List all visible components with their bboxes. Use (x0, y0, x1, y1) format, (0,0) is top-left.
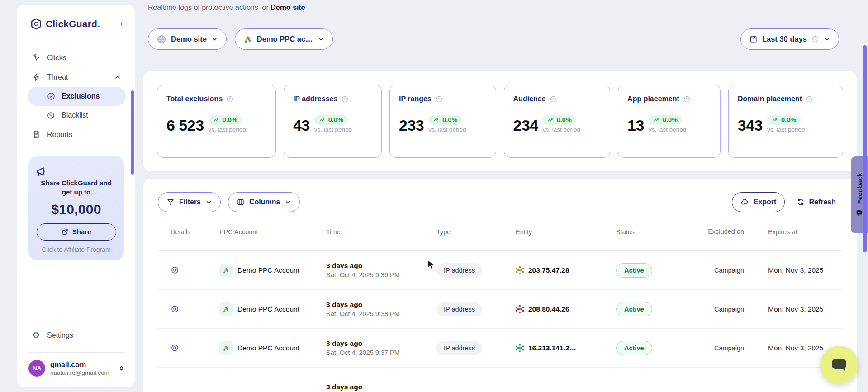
google-ads-icon (243, 35, 252, 44)
delta-caption: vs. last period (543, 126, 580, 133)
sidebar-item-settings[interactable]: ⚙ Settings (28, 326, 126, 345)
stat-card-audience: Audience ? 234 0.0% vs. last period (504, 85, 611, 158)
svg-text:?: ? (229, 97, 231, 101)
col-header-time: Time (313, 228, 424, 236)
delta-caption: vs. last period (209, 126, 246, 133)
date-range-selector[interactable]: Last 30 days ? (740, 28, 839, 50)
time-absolute: Sat, Oct 4, 2025 9:38 PM (326, 310, 424, 317)
affiliate-promo-card: Share ClickGuard and get up to $10,000 S… (28, 156, 124, 260)
site-selector[interactable]: Demo site (148, 28, 227, 50)
stat-label: Total exclusions (166, 95, 223, 103)
delta-badge: 0.0% (209, 115, 242, 125)
filters-button[interactable]: Filters (158, 192, 221, 212)
promo-amount: $10,000 (35, 202, 118, 217)
time-absolute: Sat, Oct 4, 2025 9:37 PM (326, 349, 424, 356)
delta-caption: vs. last period (428, 126, 466, 133)
export-button[interactable]: Export (732, 192, 785, 212)
sidebar-item-clicks[interactable]: Clicks (28, 48, 126, 67)
table-row: Demo PPC Account 3 days ago Sat, Oct 4, … (158, 251, 842, 290)
help-icon[interactable]: ? (341, 95, 349, 103)
stat-card-total-exclusions: Total exclusions ? 6 523 0.0% vs. last p… (157, 85, 276, 158)
chevron-down-icon (205, 199, 212, 206)
export-button-label: Export (754, 198, 777, 206)
refresh-button[interactable]: Refresh (797, 198, 836, 206)
stat-card-domain-placement: Domain placement ? 343 0.0% vs. last per… (728, 85, 843, 158)
stat-label: IP addresses (293, 95, 337, 103)
sidebar-item-blacklist[interactable]: Blacklist (28, 106, 126, 125)
trend-up-icon (319, 117, 326, 123)
chevron-down-icon (824, 36, 830, 43)
table-toolbar: Filters Columns Export (158, 192, 842, 212)
sidebar-item-exclusions[interactable]: Exclusions (28, 87, 126, 106)
help-icon[interactable]: ? (806, 95, 813, 103)
delta-value: 0.0% (328, 116, 343, 123)
date-range-label: Last 30 days (762, 35, 807, 43)
google-ads-icon (219, 264, 233, 277)
page-scrollbar-thumb[interactable] (863, 45, 867, 252)
chat-launcher-button[interactable] (820, 346, 858, 384)
svg-text:?: ? (686, 97, 688, 101)
stats-panel: Total exclusions ? 6 523 0.0% vs. last p… (143, 71, 857, 171)
sidebar-item-threat[interactable]: Threat (28, 67, 126, 87)
stat-card-ip-ranges: IP ranges ? 233 0.0% vs. last period (389, 85, 496, 158)
stat-label: IP ranges (399, 95, 432, 103)
delta-value: 0.0% (663, 116, 678, 123)
context-selectors: Demo site Demo PPC ac… Last 30 days ? (148, 28, 839, 50)
exclusions-table-panel: Filters Columns Export (143, 179, 857, 392)
view-details-icon[interactable] (171, 266, 207, 274)
col-header-type: Type (424, 228, 503, 236)
delta-caption: vs. last period (649, 126, 686, 133)
entity-value: 16.213.141.2… (528, 344, 576, 352)
excluded-on-value: Campaign (705, 267, 755, 274)
columns-icon (237, 198, 245, 206)
identicon (516, 266, 524, 274)
table-header-row: Details PPC Account Time Type Entity Sta… (158, 213, 842, 251)
table-row: Demo PPC Account 3 days ago Sat, Oct 4, … (158, 329, 842, 368)
stat-value: 13 (627, 118, 644, 133)
stat-value: 233 (399, 118, 424, 133)
status-badge: Active (616, 341, 652, 355)
trend-up-icon (772, 117, 778, 123)
subtitle-prefix: Realtime logs of protective actions for (148, 4, 270, 11)
google-ads-icon (219, 341, 233, 355)
col-header-entity: Entity (503, 228, 603, 236)
view-details-icon[interactable] (171, 344, 207, 352)
account-switcher[interactable]: NA gmail.com naatali.ro@gmail.com (28, 359, 126, 379)
col-header-expires-at: Expires at (755, 228, 841, 236)
help-icon[interactable]: ? (683, 95, 691, 103)
badge-check-icon (47, 92, 56, 101)
svg-text:?: ? (552, 97, 555, 101)
columns-button[interactable]: Columns (228, 192, 300, 212)
time-relative: 3 days ago (326, 340, 424, 348)
ppc-account-name: Demo PPC Account (237, 305, 299, 313)
col-header-details: Details (158, 228, 207, 236)
sidebar-item-reports[interactable]: Reports (28, 125, 126, 144)
expires-at-value: Mon, Nov 3, 2025 (755, 266, 841, 274)
document-icon (32, 130, 41, 139)
megaphone-icon (35, 165, 118, 179)
refresh-icon (797, 198, 805, 206)
identicon (516, 344, 524, 352)
sidebar-scrollbar-thumb[interactable] (131, 90, 134, 175)
time-relative: 3 days ago (326, 383, 424, 391)
view-details-icon[interactable] (171, 305, 207, 313)
time-relative: 3 days ago (326, 301, 424, 309)
help-icon[interactable]: ? (435, 95, 443, 103)
help-icon[interactable]: ? (550, 95, 557, 103)
ppc-account-selector[interactable]: Demo PPC ac… (235, 28, 333, 50)
sidebar-item-label: Reports (47, 131, 72, 139)
columns-button-label: Columns (249, 198, 280, 206)
ppc-account-name: Demo PPC Account (237, 344, 299, 352)
avatar: NA (28, 360, 45, 377)
share-button[interactable]: Share (37, 223, 116, 241)
help-icon[interactable]: ? (226, 95, 234, 103)
table-row: 3 days ago (158, 368, 842, 392)
sidebar-collapse-icon[interactable] (117, 19, 126, 28)
page-subtitle: Realtime logs of protective actions for … (148, 4, 305, 12)
col-header-ppc-account: PPC Account (207, 228, 313, 236)
stat-value: 6 523 (166, 118, 204, 133)
sidebar-item-label: Exclusions (62, 92, 100, 100)
status-badge: Active (616, 263, 652, 278)
stat-label: Audience (513, 95, 546, 103)
clickguard-shield-icon: G (30, 18, 42, 30)
